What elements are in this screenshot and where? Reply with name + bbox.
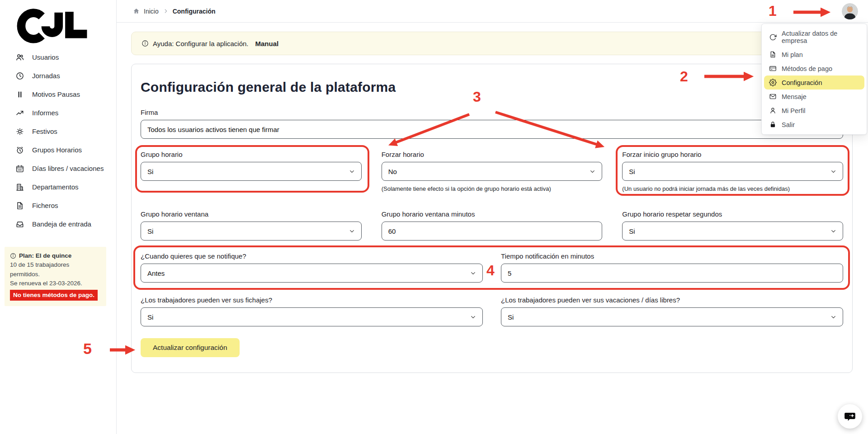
chevron-down-icon [830,314,836,320]
ventana-label: Grupo horario ventana [141,210,362,218]
form-row-2: Grupo horario ventana Si Grupo horario v… [141,210,843,241]
sidebar-item-label: Festivos [32,127,57,135]
forzar-horario-select[interactable]: No [382,162,603,181]
ver-fichajes-label: ¿Los trabajadores pueden ver sus fichaje… [141,296,483,304]
sidebar-item-grupos-horarios[interactable]: Grupos Horarios [0,141,116,159]
sidebar-item-label: Días libres / vacaciones [32,165,104,172]
menu-item-mi-perfil[interactable]: Mi Perfil [762,104,867,118]
user-avatar[interactable] [842,3,858,19]
ver-vacaciones-select[interactable]: Si [501,307,843,326]
field-ventana: Grupo horario ventana Si [141,210,362,241]
notifique-select[interactable]: Antes [141,264,483,283]
field-forzar-horario: Forzar horario No (Solamente tiene efect… [382,151,603,192]
help-banner: Ayuda: Configurar la aplicación. Manual [131,32,853,55]
ventana-minutos-label: Grupo horario ventana minutos [382,210,603,218]
notifique-label: ¿Cuando quieres que se notifique? [141,252,483,260]
chevron-right-icon [163,8,169,14]
ver-fichajes-select[interactable]: Si [141,307,483,326]
sidebar-item-label: Usuarios [32,53,59,61]
menu-item-mensaje[interactable]: Mensaje [762,90,867,104]
sidebar-item-label: Informes [32,109,58,117]
person-icon [769,107,777,114]
sidebar-item-label: Ficheros [32,202,58,209]
topbar: Inicio Configuración [117,0,868,23]
forzar-inicio-help: (Un usuario no podrá iniciar jornada más… [622,185,843,192]
grupo-horario-select[interactable]: Si [141,162,362,181]
logo-cjl-icon [13,5,93,43]
forzar-horario-help: (Solamente tiene efecto si la opción de … [382,185,603,192]
building-icon [15,183,24,192]
field-firma: Firma [141,108,843,139]
file-icon [15,201,24,210]
sidebar-item-departamentos[interactable]: Departamentos [0,178,116,196]
field-ver-fichajes: ¿Los trabajadores pueden ver sus fichaje… [141,296,483,326]
sidebar-item-festivos[interactable]: Festivos [0,122,116,141]
menu-item-configuracion[interactable]: Configuración [764,75,864,90]
banner-text: Ayuda: Configurar la aplicación. [153,40,249,47]
breadcrumb-home[interactable]: Inicio [144,8,159,15]
menu-item-salir[interactable]: Salir [762,118,867,132]
ver-vacaciones-label: ¿Los trabajadores pueden ver sus vacacio… [501,296,843,304]
tiempo-notificacion-label: Tiempo notificación en minutos [501,252,843,260]
field-tiempo-notificacion: Tiempo notificación en minutos [501,252,843,283]
forzar-inicio-label: Forzar inicio grupo horario [622,151,843,158]
banner-manual-link[interactable]: Manual [255,40,279,47]
update-configuration-button[interactable]: Actualizar configuración [141,338,240,357]
menu-item-metodos-pago[interactable]: Métodos de pago [762,61,867,75]
inbox-icon [15,220,24,229]
chevron-down-icon [590,169,595,175]
sidebar: Usuarios Jornadas Motivos Pausas Informe… [0,0,117,434]
ventana-minutos-input[interactable] [382,222,603,241]
field-ver-vacaciones: ¿Los trabajadores pueden ver sus vacacio… [501,296,843,326]
menu-item-actualizar-datos[interactable]: Actualizar datos de empresa [762,27,867,47]
company-logo [13,5,116,43]
avatar-image [842,3,858,19]
field-respetar-segundos: Grupo horario respetar segundos Si [622,210,843,241]
chat-bubble-icon [844,410,856,422]
main-area: Inicio Configuración Ayuda: Configurar l… [117,0,868,434]
user-dropdown-menu: Actualizar datos de empresa Mi plan Méto… [761,24,867,135]
breadcrumb-current: Configuración [173,8,216,15]
sidebar-nav: Usuarios Jornadas Motivos Pausas Informe… [0,48,116,233]
trending-up-icon [15,108,24,118]
sidebar-item-label: Grupos Horarios [32,146,82,154]
pause-icon [15,90,24,99]
respetar-segundos-label: Grupo horario respetar segundos [622,210,843,218]
refresh-icon [769,33,777,41]
sidebar-item-bandeja-entrada[interactable]: Bandeja de entrada [0,215,116,233]
home-icon [133,8,140,14]
sidebar-item-dias-libres[interactable]: Días libres / vacaciones [0,159,116,178]
users-icon [15,53,24,62]
respetar-segundos-select[interactable]: Si [622,222,843,241]
field-grupo-horario: Grupo horario Si [141,151,362,181]
sidebar-item-jornadas[interactable]: Jornadas [0,66,116,85]
info-icon [142,40,149,47]
sidebar-item-motivos-pausas[interactable]: Motivos Pausas [0,85,116,104]
info-icon [10,253,16,259]
sidebar-item-label: Motivos Pausas [32,90,80,98]
chevron-down-icon [470,314,476,320]
chat-button[interactable] [838,404,862,429]
plan-renewal: Se renueva el 23-03-2026. [10,279,101,288]
sidebar-item-label: Jornadas [32,72,60,80]
chevron-down-icon [349,228,355,234]
sidebar-item-ficheros[interactable]: Ficheros [0,196,116,215]
credit-card-icon [769,65,777,72]
document-icon [769,51,777,58]
field-ventana-minutos: Grupo horario ventana minutos [382,210,603,241]
plan-seats: 10 de 15 trabajadores permitidos. [10,260,101,279]
chevron-down-icon [470,270,476,276]
ventana-select[interactable]: Si [141,222,362,241]
envelope-icon [769,93,777,100]
form-row-3: 4 ¿Cuando quieres que se notifique? Ante… [141,252,843,283]
clock-icon [15,71,24,80]
tiempo-notificacion-input[interactable] [501,264,843,283]
sidebar-item-usuarios[interactable]: Usuarios [0,48,116,66]
chevron-down-icon [349,169,355,175]
plan-title: Plan: El de quince [10,251,101,260]
sidebar-item-informes[interactable]: Informes [0,104,116,122]
forzar-inicio-select[interactable]: Si [622,162,843,181]
firma-input[interactable] [141,120,843,139]
menu-item-mi-plan[interactable]: Mi plan [762,47,867,61]
firma-label: Firma [141,108,843,116]
